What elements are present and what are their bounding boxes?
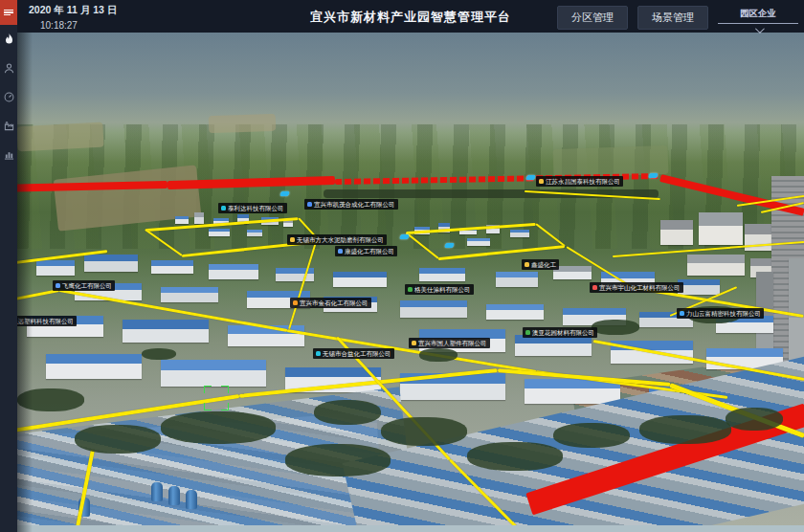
vegetation	[639, 415, 731, 444]
map-company-label[interactable]: 江苏永昌国泰科技有限公司	[536, 176, 623, 187]
menu-icon[interactable]	[0, 0, 17, 25]
map-company-label[interactable]: 泰利达科技有限公司	[218, 203, 287, 213]
left-toolbar	[0, 0, 17, 532]
building	[151, 260, 193, 274]
company-label-text: 力山云富精密科技有限公司	[686, 308, 761, 319]
vegetation	[75, 425, 161, 454]
vegetation	[161, 411, 276, 444]
map-company-label[interactable]: 无锡市方大水泥助磨剂有限公司	[287, 234, 387, 245]
divider	[718, 23, 798, 24]
building	[175, 216, 189, 224]
vegetation	[142, 348, 176, 360]
building	[161, 360, 266, 387]
map-company-label[interactable]: 泓远塑料科技有限公司	[17, 316, 77, 326]
company-label-text: 飞鹰化工有限公司	[62, 280, 112, 291]
selection-bracket	[204, 386, 229, 410]
map-company-label[interactable]: 力山云富精密科技有限公司	[677, 308, 764, 319]
vegetation	[592, 320, 639, 335]
building	[247, 230, 262, 236]
company-marker-icon	[307, 202, 312, 207]
company-marker-icon	[408, 287, 413, 292]
building	[660, 220, 693, 245]
fire-icon[interactable]	[0, 25, 17, 54]
factory-icon[interactable]	[0, 111, 17, 140]
building	[46, 354, 142, 379]
company-marker-icon	[592, 285, 597, 290]
building	[687, 255, 745, 276]
top-header-bar: 2020 年 11 月 13 日 10:18:27 宜兴市新材料产业园智慧管理平…	[17, 0, 804, 33]
map-company-label[interactable]: 宜兴市金石化工有限公司	[290, 298, 371, 308]
map-3d-viewport[interactable]: 泰利达科技有限公司宜兴市凯茂合成化工有限公司无锡市方大水泥助磨剂有限公司康盛化工…	[17, 33, 804, 532]
building	[699, 212, 743, 245]
map-company-label[interactable]: 飞鹰化工有限公司	[53, 280, 115, 291]
company-marker-icon	[56, 283, 60, 288]
building	[36, 260, 75, 276]
company-marker-icon	[290, 237, 295, 242]
map-company-label[interactable]: 宜兴市凯茂合成化工有限公司	[304, 199, 398, 210]
building	[209, 229, 230, 236]
meter-icon[interactable]	[0, 82, 17, 111]
company-label-text: 江苏永昌国泰科技有限公司	[546, 176, 620, 187]
map-company-label[interactable]: 格美仕涂料有限公司	[405, 284, 474, 295]
building	[194, 212, 204, 224]
bar-chart-icon[interactable]	[0, 140, 17, 168]
company-label-text: 无锡市方大水泥助磨剂有限公司	[297, 234, 384, 245]
storage-tank	[168, 486, 180, 505]
scene-management-button[interactable]: 场景管理	[637, 6, 708, 30]
company-marker-icon	[680, 311, 684, 316]
vegetation	[467, 442, 563, 471]
building	[486, 304, 544, 320]
map-company-label[interactable]: 康盛化工有限公司	[335, 246, 397, 256]
company-label-text: 格美仕涂料有限公司	[414, 284, 471, 295]
company-marker-icon	[539, 179, 544, 184]
map-company-label[interactable]: 鑫盛化工	[522, 259, 559, 270]
vegetation	[419, 348, 458, 362]
storage-tank	[186, 490, 197, 509]
terrain-patch	[17, 122, 104, 152]
building	[333, 272, 387, 287]
building	[84, 255, 138, 272]
storage-tank	[151, 482, 163, 501]
building	[467, 238, 490, 246]
building	[510, 230, 529, 237]
zone-management-button[interactable]: 分区管理	[557, 6, 628, 30]
company-marker-icon	[316, 351, 321, 356]
company-label-text: 泰利达科技有限公司	[228, 203, 284, 213]
building	[209, 264, 258, 279]
map-company-label[interactable]: 宜兴市国人塑件有限公司	[409, 338, 490, 348]
company-marker-icon	[412, 341, 416, 345]
vegetation	[553, 423, 630, 448]
company-label-text: 宜兴市凯茂合成化工有限公司	[314, 199, 395, 210]
company-label-text: 澳亚花园材料有限公司	[532, 327, 594, 338]
company-label-text: 无锡市合益化工有限公司	[323, 348, 391, 359]
yellow-road-segment	[288, 242, 317, 330]
bottom-road-strip	[17, 525, 804, 532]
vegetation	[285, 444, 391, 477]
company-marker-icon	[525, 262, 529, 267]
building	[161, 287, 218, 302]
building	[678, 279, 720, 295]
building	[515, 335, 592, 356]
park-enterprises-dropdown[interactable]: 园区企业	[718, 6, 798, 33]
map-company-label[interactable]: 无锡市合益化工有限公司	[313, 348, 394, 359]
company-label-text: 康盛化工有限公司	[345, 246, 394, 256]
user-icon[interactable]	[0, 54, 17, 82]
company-marker-icon	[525, 330, 530, 335]
building	[123, 320, 209, 343]
vegetation	[726, 408, 783, 431]
company-label-text: 宜兴市宇山化工材料有限公司	[599, 282, 681, 293]
company-marker-icon	[338, 249, 343, 254]
building	[419, 268, 465, 281]
terrain-patch	[209, 114, 277, 133]
building	[553, 266, 592, 279]
map-company-label[interactable]: 宜兴市宇山化工材料有限公司	[590, 282, 683, 293]
vegetation	[314, 400, 381, 425]
building	[400, 300, 467, 318]
map-company-label[interactable]: 澳亚花园材料有限公司	[523, 327, 597, 338]
dropdown-label: 园区企业	[718, 6, 798, 23]
building	[496, 272, 538, 287]
company-label-text: 宜兴市金石化工有限公司	[300, 298, 368, 308]
company-label-text: 宜兴市国人塑件有限公司	[418, 338, 487, 348]
company-label-text: 鑫盛化工	[531, 259, 556, 270]
chevron-down-icon	[754, 24, 764, 33]
